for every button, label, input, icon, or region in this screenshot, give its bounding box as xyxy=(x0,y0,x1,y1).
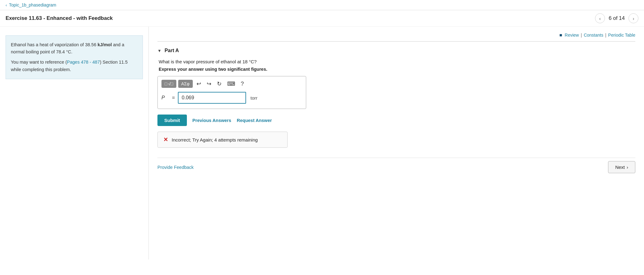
top-nav: ‹ Topic_1b_phasediagram xyxy=(0,0,644,10)
left-panel: Ethanol has a heat of vaporization of 38… xyxy=(0,27,149,259)
request-answer-link[interactable]: Request Answer xyxy=(237,118,272,123)
question-text: What is the vapor pressure of ethanol at… xyxy=(159,59,635,64)
formula-button[interactable]: □ √□ xyxy=(161,80,176,88)
breadcrumb-chevron: ‹ xyxy=(6,3,7,7)
next-label: Next xyxy=(615,165,625,170)
unit-label: torr xyxy=(250,95,258,101)
part-section: ▼ Part A What is the vapor pressure of e… xyxy=(157,41,635,155)
header-row: Exercise 11.63 - Enhanced - with Feedbac… xyxy=(0,10,644,27)
next-icon: › xyxy=(627,165,628,170)
keyboard-button[interactable]: ⌨ xyxy=(225,79,237,88)
review-link[interactable]: Review xyxy=(565,33,579,38)
sep1: | xyxy=(580,33,583,38)
instruction-text: Express your answer using two significan… xyxy=(159,67,635,72)
prev-page-button[interactable]: ‹ xyxy=(595,13,605,23)
math-variable-label: P xyxy=(161,95,169,101)
redo-button[interactable]: ↪ xyxy=(205,79,213,88)
info-box: Ethanol has a heat of vaporization of 38… xyxy=(6,35,143,79)
incorrect-icon: ✕ xyxy=(163,136,168,143)
resource-icon: ■ xyxy=(559,32,562,38)
exercise-title: Exercise 11.63 - Enhanced - with Feedbac… xyxy=(6,15,113,21)
formula-sqrt-icon: √□ xyxy=(168,81,173,86)
math-answer-input[interactable] xyxy=(178,92,246,104)
feedback-box: ✕ Incorrect; Try Again; 4 attempts remai… xyxy=(157,132,288,148)
breadcrumb-link[interactable]: ‹ Topic_1b_phasediagram xyxy=(6,2,56,7)
info-text-1: Ethanol has a heat of vaporization of 38… xyxy=(11,41,138,56)
previous-answers-link[interactable]: Previous Answers xyxy=(192,118,231,123)
formula-icon: □ xyxy=(165,81,167,86)
right-panel: ■ Review | Constants | Periodic Table ▼ … xyxy=(149,27,644,259)
main-layout: Ethanol has a heat of vaporization of 38… xyxy=(0,27,644,259)
submit-button[interactable]: Submit xyxy=(157,115,187,126)
next-page-button[interactable]: › xyxy=(629,13,638,23)
math-toolbar: □ √□ ΑΣφ ↩ ↪ ↻ ⌨ ? xyxy=(161,79,302,88)
breadcrumb-label: Topic_1b_phasediagram xyxy=(9,2,56,7)
resource-links: ■ Review | Constants | Periodic Table xyxy=(157,27,635,41)
refresh-button[interactable]: ↻ xyxy=(215,79,223,88)
math-input-container: □ √□ ΑΣφ ↩ ↪ ↻ ⌨ ? P = torr xyxy=(157,76,306,109)
undo-button[interactable]: ↩ xyxy=(195,79,203,88)
next-button[interactable]: Next › xyxy=(608,161,635,173)
pagination-controls: ‹ 6 of 14 › xyxy=(595,13,638,23)
constants-link[interactable]: Constants xyxy=(584,33,603,38)
pages-link[interactable]: Pages 478 - 487 xyxy=(67,60,100,65)
info-text-2: You may want to reference (Pages 478 - 4… xyxy=(11,59,138,73)
page-indicator: 6 of 14 xyxy=(607,15,627,21)
submit-row: Submit Previous Answers Request Answer xyxy=(157,115,635,126)
sep2: | xyxy=(605,33,607,38)
bottom-row: Provide Feedback Next › xyxy=(157,158,635,173)
provide-feedback-link[interactable]: Provide Feedback xyxy=(157,165,194,170)
help-button[interactable]: ? xyxy=(239,80,246,88)
part-header: ▼ Part A xyxy=(157,48,635,53)
feedback-text: Incorrect; Try Again; 4 attempts remaini… xyxy=(172,137,258,142)
math-input-row: P = torr xyxy=(161,92,302,104)
part-arrow: ▼ xyxy=(157,48,161,53)
periodic-table-link[interactable]: Periodic Table xyxy=(608,33,635,38)
part-title: Part A xyxy=(165,48,179,53)
greek-button[interactable]: ΑΣφ xyxy=(178,80,193,88)
math-equals: = xyxy=(172,95,175,101)
